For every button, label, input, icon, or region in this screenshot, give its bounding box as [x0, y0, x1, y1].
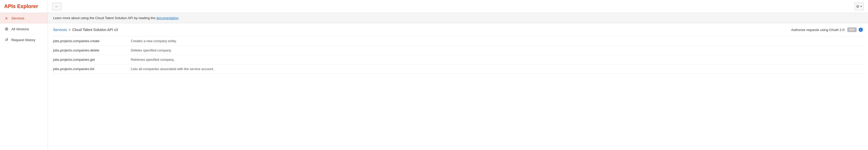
info-banner-text-before: Learn more about using the Cloud Talent …	[53, 16, 156, 20]
settings-button[interactable]: ⚙ ▼	[855, 3, 864, 10]
documentation-link[interactable]: documentation	[156, 16, 178, 20]
api-method-desc: Lists all companies associated with the …	[131, 67, 214, 71]
api-method-desc: Retrieves specified company.	[131, 58, 175, 62]
api-method-name: jobs.projects.companies.delete	[53, 48, 131, 52]
oauth-info-icon[interactable]: i	[859, 28, 863, 32]
app-logo: APIs Explorer	[0, 0, 48, 13]
oauth-label: Authorize requests using OAuth 2.0:	[791, 28, 845, 32]
sidebar-item-label: All Versions	[11, 27, 29, 31]
api-method-name: jobs.projects.companies.list	[53, 67, 131, 71]
back-button[interactable]: ←	[52, 3, 61, 10]
info-banner: Learn more about using the Cloud Talent …	[48, 13, 868, 23]
sidebar-item-label: Services	[11, 16, 24, 20]
gear-icon: ⚙	[856, 4, 860, 8]
breadcrumb-row: Services > Cloud Talent Solution API v3 …	[53, 28, 863, 32]
sidebar-item-label: Request History	[11, 38, 35, 42]
oauth-toggle[interactable]: OFF	[847, 28, 857, 32]
topbar-left: ←	[52, 3, 61, 10]
api-method-desc: Deletes specified company.	[131, 48, 172, 52]
grid-icon: ⊞	[4, 27, 9, 31]
list-icon: ≡	[4, 16, 9, 21]
gear-dropdown-icon: ▼	[860, 5, 862, 8]
api-method-name: jobs.projects.companies.get	[53, 58, 131, 62]
table-row[interactable]: jobs.projects.companies.create Creates a…	[53, 36, 863, 46]
sidebar-item-services[interactable]: ≡ Services	[0, 13, 48, 24]
sidebar-item-request-history[interactable]: ↺ Request History	[0, 34, 48, 45]
breadcrumb-current-page: Cloud Talent Solution API v3	[72, 28, 118, 32]
breadcrumb: Services > Cloud Talent Solution API v3	[53, 28, 118, 32]
breadcrumb-separator: >	[69, 28, 71, 32]
main-content: ← ⚙ ▼ Learn more about using the Cloud T…	[48, 0, 868, 150]
api-method-name: jobs.projects.companies.create	[53, 39, 131, 43]
api-methods-table: jobs.projects.companies.create Creates a…	[53, 36, 863, 74]
history-icon: ↺	[4, 38, 9, 42]
breadcrumb-services-link[interactable]: Services	[53, 28, 67, 32]
table-row[interactable]: jobs.projects.companies.get Retrieves sp…	[53, 55, 863, 64]
topbar-right: ⚙ ▼	[855, 3, 864, 10]
api-method-desc: Creates a new company entity.	[131, 39, 177, 43]
content-area: Services > Cloud Talent Solution API v3 …	[48, 23, 868, 150]
table-row[interactable]: jobs.projects.companies.delete Deletes s…	[53, 46, 863, 55]
topbar: ← ⚙ ▼	[48, 0, 868, 13]
sidebar: APIs Explorer ≡ Services ⊞ All Versions …	[0, 0, 48, 150]
table-row[interactable]: jobs.projects.companies.list Lists all c…	[53, 64, 863, 74]
sidebar-item-all-versions[interactable]: ⊞ All Versions	[0, 24, 48, 34]
info-banner-text-after: .	[178, 16, 180, 20]
oauth-area: Authorize requests using OAuth 2.0: OFF …	[791, 28, 863, 32]
